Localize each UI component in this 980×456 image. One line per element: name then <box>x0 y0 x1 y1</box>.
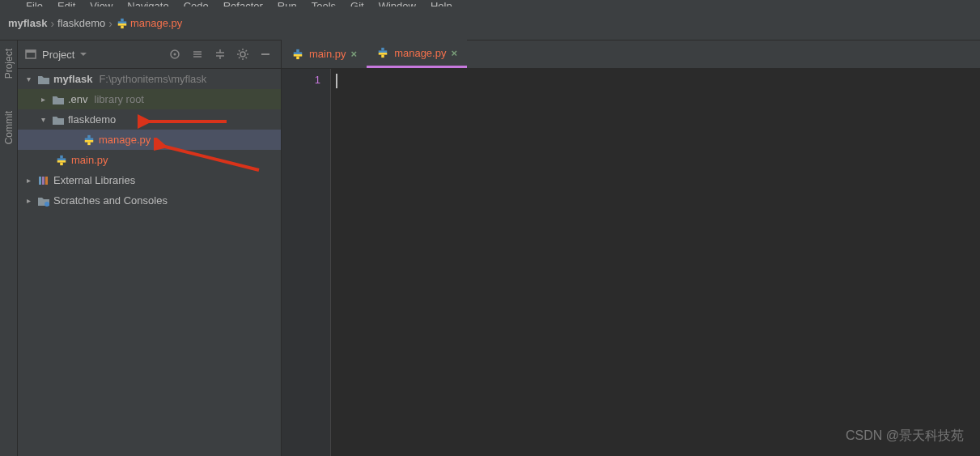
tree-folder-label: flaskdemo <box>68 113 116 126</box>
menu-run[interactable]: Run <box>278 0 297 6</box>
hide-button[interactable] <box>257 45 274 63</box>
menu-window[interactable]: Window <box>379 0 416 6</box>
tree-root-path: F:\pythonitems\myflask <box>99 73 206 85</box>
chevron-right-icon: ▸ <box>37 95 49 104</box>
rail-project-button[interactable]: Project <box>3 49 15 79</box>
tree-file-manage-label: manage.py <box>99 134 151 146</box>
project-tree: ▾ myflask F:\pythonitems\myflask ▸ .env … <box>18 69 281 456</box>
menu-view[interactable]: View <box>90 0 112 6</box>
tab-manage-py[interactable]: manage.py × <box>367 40 467 68</box>
tree-env-tag: library root <box>95 93 144 105</box>
svg-rect-5 <box>39 177 41 185</box>
tab-main-py[interactable]: main.py × <box>282 40 367 68</box>
editor-tabs: main.py × manage.py × <box>282 40 980 69</box>
tree-file-main-label: main.py <box>71 154 108 166</box>
svg-rect-7 <box>45 177 48 185</box>
menu-refactor[interactable]: Refactor <box>223 0 263 6</box>
line-number: 1 <box>282 74 320 86</box>
menu-help[interactable]: Help <box>431 0 452 6</box>
menu-navigate[interactable]: Navigate <box>127 0 168 6</box>
breadcrumb-file[interactable]: manage.py <box>116 17 182 29</box>
menu-tools[interactable]: Tools <box>312 0 336 6</box>
chevron-right-icon: › <box>50 17 54 30</box>
editor-area: main.py × manage.py × 1 <box>282 40 980 456</box>
tree-scratches[interactable]: ▸ Scratches and Consoles <box>18 190 281 211</box>
code-editor[interactable] <box>330 69 980 456</box>
chevron-right-icon: ▸ <box>23 196 34 205</box>
breadcrumb: myflask › flaskdemo › manage.py <box>0 6 980 40</box>
scratches-icon <box>37 195 50 207</box>
tree-env-label: .env <box>68 93 88 105</box>
watermark: CSDN @景天科技苑 <box>846 428 964 445</box>
close-icon[interactable]: × <box>351 48 358 60</box>
menu-git[interactable]: Git <box>350 0 364 6</box>
tree-root[interactable]: ▾ myflask F:\pythonitems\myflask <box>18 69 281 89</box>
python-file-icon <box>376 47 389 58</box>
editor-body: 1 <box>282 69 980 456</box>
expand-all-button[interactable] <box>189 45 206 63</box>
tree-ext-libs-label: External Libraries <box>53 174 135 186</box>
tree-env[interactable]: ▸ .env library root <box>18 89 281 109</box>
project-icon <box>24 48 37 61</box>
chevron-down-icon: ▾ <box>37 115 49 124</box>
menu-edit[interactable]: Edit <box>57 0 75 6</box>
breadcrumb-folder[interactable]: flaskdemo <box>57 17 105 29</box>
tab-label: manage.py <box>394 47 446 59</box>
folder-icon <box>52 94 65 105</box>
folder-icon <box>37 74 50 85</box>
tree-scratches-label: Scratches and Consoles <box>53 194 168 207</box>
menu-bar[interactable]: File Edit View Navigate Code Refactor Ru… <box>0 0 980 6</box>
library-icon <box>37 175 50 186</box>
python-file-icon <box>116 18 129 29</box>
svg-point-4 <box>240 52 245 57</box>
tab-label: main.py <box>309 48 346 60</box>
svg-rect-6 <box>42 177 45 185</box>
tree-file-main[interactable]: main.py <box>18 150 281 170</box>
svg-point-8 <box>45 202 49 207</box>
chevron-right-icon: ▸ <box>23 176 34 185</box>
svg-rect-1 <box>26 50 36 53</box>
menu-code[interactable]: Code <box>184 0 209 6</box>
chevron-down-icon: ▾ <box>23 75 34 83</box>
collapse-all-button[interactable] <box>211 45 229 63</box>
select-opened-file-button[interactable] <box>166 45 184 63</box>
python-file-icon <box>291 49 304 60</box>
sidebar-title: Project <box>42 49 74 61</box>
rail-commit-button[interactable]: Commit <box>3 111 15 144</box>
tree-external-libraries[interactable]: ▸ External Libraries <box>18 170 281 190</box>
breadcrumb-root[interactable]: myflask <box>8 17 47 29</box>
line-gutter: 1 <box>282 69 330 456</box>
svg-point-3 <box>174 53 176 56</box>
sidebar-header: Project <box>18 40 281 69</box>
settings-icon[interactable] <box>234 45 252 63</box>
left-tool-rail: Project Commit <box>0 40 18 456</box>
tree-folder-flaskdemo[interactable]: ▾ flaskdemo <box>18 109 281 130</box>
text-caret <box>336 74 337 88</box>
tree-file-manage[interactable]: manage.py <box>18 130 281 150</box>
project-sidebar: Project ▾ myflask F:\pythonitems\myflask… <box>18 40 282 456</box>
menu-file[interactable]: File <box>26 0 43 6</box>
chevron-right-icon: › <box>108 17 112 30</box>
python-file-icon <box>55 155 68 166</box>
tree-root-label: myflask <box>53 73 92 85</box>
dropdown-icon[interactable] <box>79 50 87 58</box>
python-file-icon <box>83 134 95 146</box>
close-icon[interactable]: × <box>451 47 457 59</box>
folder-icon <box>52 114 65 126</box>
